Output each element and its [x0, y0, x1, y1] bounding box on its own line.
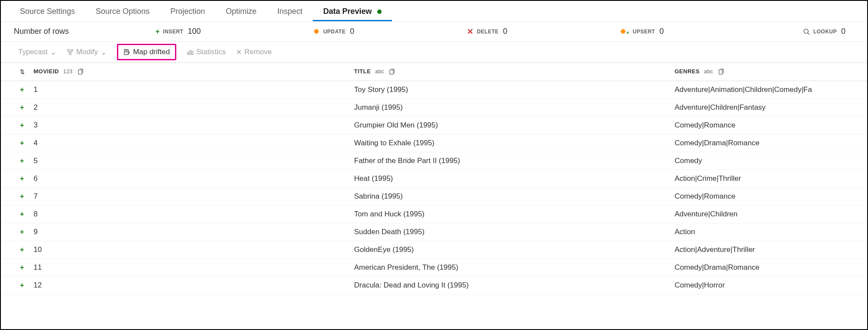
column-type: abc [704, 69, 713, 75]
cell-genres: Action [670, 223, 868, 241]
table-row[interactable]: +7Sabrina (1995)Comedy|Romance [1, 187, 867, 205]
statistics-button[interactable]: Statistics [187, 48, 226, 56]
copy-icon[interactable] [389, 69, 395, 75]
stat-value: 0 [503, 27, 507, 36]
cell-genres: Comedy [670, 152, 868, 170]
cell-genres: Adventure|Children [670, 205, 868, 223]
cell-movieid: 9 [29, 223, 350, 241]
tab-label: Data Preview [323, 7, 372, 16]
modify-button[interactable]: Modify ⌄ [67, 48, 107, 57]
svg-rect-10 [192, 51, 193, 55]
plus-icon: + [20, 193, 24, 200]
cell-title: Father of the Bride Part II (1995) [350, 152, 670, 170]
chart-icon [187, 49, 194, 56]
svg-rect-3 [71, 49, 73, 51]
table-row[interactable]: +4Waiting to Exhale (1995)Comedy|Drama|R… [1, 134, 867, 152]
stat-name: INSERT [163, 29, 183, 35]
cell-genres: Action|Adventure|Thriller [670, 241, 868, 258]
table-row[interactable]: +8Tom and Huck (1995)Adventure|Children [1, 205, 867, 223]
cell-title: Jumanji (1995) [350, 98, 670, 116]
cell-title: Sudden Death (1995) [350, 223, 670, 241]
cell-movieid: 7 [29, 187, 350, 205]
x-icon: ✕ [236, 48, 242, 56]
svg-rect-4 [69, 53, 71, 55]
plus-icon: + [20, 210, 24, 218]
cell-genres: Comedy|Drama|Romance [670, 258, 868, 276]
tab-source-settings[interactable]: Source Settings [10, 2, 85, 21]
copy-icon[interactable] [718, 69, 725, 75]
cell-movieid: 11 [29, 258, 350, 276]
modify-label: Modify [76, 48, 98, 56]
rows-label: Number of rows [14, 27, 69, 36]
cell-genres: Comedy|Drama|Romance [670, 134, 868, 152]
plus-icon: + [20, 228, 24, 235]
remove-label: Remove [244, 48, 272, 56]
cell-genres: Comedy|Romance [670, 116, 868, 134]
cell-genres: Comedy|Horror [670, 276, 868, 294]
table-row[interactable]: +9Sudden Death (1995)Action [1, 223, 867, 241]
column-label: TITLE [354, 68, 371, 75]
svg-rect-2 [68, 49, 69, 51]
map-drifted-label: Map drifted [133, 48, 170, 56]
stat-value: 100 [188, 27, 201, 36]
table-row[interactable]: +12Dracula: Dead and Loving It (1995)Com… [1, 276, 867, 294]
stat-name: LOOKUP [813, 29, 837, 35]
sort-column-header[interactable]: ⇅ [1, 63, 29, 81]
cell-genres: Adventure|Animation|Children|Comedy|Fa [670, 81, 868, 98]
plus-icon: + [20, 281, 24, 289]
column-header-genres[interactable]: GENRES abc [670, 63, 868, 81]
cell-movieid: 10 [29, 241, 350, 258]
table-row[interactable]: +5Father of the Bride Part II (1995)Come… [1, 152, 867, 170]
column-label: MOVIEID [34, 68, 59, 75]
column-type: abc [375, 69, 384, 75]
chevron-down-icon: ⌄ [50, 48, 56, 57]
stat-value: 0 [659, 27, 664, 36]
plus-icon: + [20, 175, 24, 182]
stat-value: 0 [350, 27, 354, 36]
cell-movieid: 12 [29, 276, 350, 294]
table-row[interactable]: +3Grumpier Old Men (1995)Comedy|Romance [1, 116, 867, 134]
stat-lookup: LOOKUP 0 [803, 27, 845, 36]
sun-icon: ✸ [313, 27, 320, 36]
tab-optimize[interactable]: Optimize [215, 2, 267, 21]
cell-title: Waiting to Exhale (1995) [350, 134, 670, 152]
plus-icon: + [20, 121, 24, 129]
plus-icon: + [20, 264, 24, 271]
stat-value: 0 [841, 27, 845, 36]
column-header-title[interactable]: TITLE abc [350, 63, 670, 81]
column-header-movieid[interactable]: MOVIEID 123 [29, 63, 350, 81]
table-row[interactable]: +1Toy Story (1995)Adventure|Animation|Ch… [1, 81, 867, 98]
svg-rect-8 [188, 52, 189, 55]
tab-inspect[interactable]: Inspect [267, 2, 313, 21]
stat-name: UPDATE [323, 29, 345, 35]
tab-data-preview[interactable]: Data Preview [313, 2, 392, 21]
tab-source-options[interactable]: Source Options [85, 2, 160, 21]
sort-icon: ⇅ [20, 69, 25, 75]
typecast-button[interactable]: Typecast ⌄ [18, 48, 56, 57]
cell-title: Dracula: Dead and Loving It (1995) [350, 276, 670, 294]
svg-point-0 [804, 29, 808, 33]
cell-genres: Action|Crime|Thriller [670, 170, 868, 187]
cell-movieid: 4 [29, 134, 350, 152]
cell-movieid: 6 [29, 170, 350, 187]
tab-projection[interactable]: Projection [160, 2, 215, 21]
sun-plus-icon: ✸+ [620, 27, 629, 36]
toolbar: Typecast ⌄ Modify ⌄ Map drifted Statisti… [1, 42, 867, 62]
svg-rect-13 [719, 70, 722, 74]
search-icon [803, 27, 810, 36]
remove-button[interactable]: ✕ Remove [236, 48, 272, 56]
stats-row: Number of rows + INSERT 100 ✸ UPDATE 0 ✕… [1, 22, 867, 42]
map-drifted-button[interactable]: Map drifted [117, 44, 176, 60]
cell-movieid: 8 [29, 205, 350, 223]
stat-upsert: ✸+ UPSERT 0 [620, 27, 664, 36]
table-row[interactable]: +11American President, The (1995)Comedy|… [1, 258, 867, 276]
table-row[interactable]: +6Heat (1995)Action|Crime|Thriller [1, 170, 867, 187]
cell-title: GoldenEye (1995) [350, 241, 670, 258]
table-row[interactable]: +10GoldenEye (1995)Action|Adventure|Thri… [1, 241, 867, 258]
table-row[interactable]: +2Jumanji (1995)Adventure|Children|Fanta… [1, 98, 867, 116]
modify-icon [67, 49, 74, 56]
cell-movieid: 3 [29, 116, 350, 134]
copy-icon[interactable] [77, 69, 84, 75]
cell-title: Sabrina (1995) [350, 187, 670, 205]
svg-rect-11 [78, 70, 82, 74]
